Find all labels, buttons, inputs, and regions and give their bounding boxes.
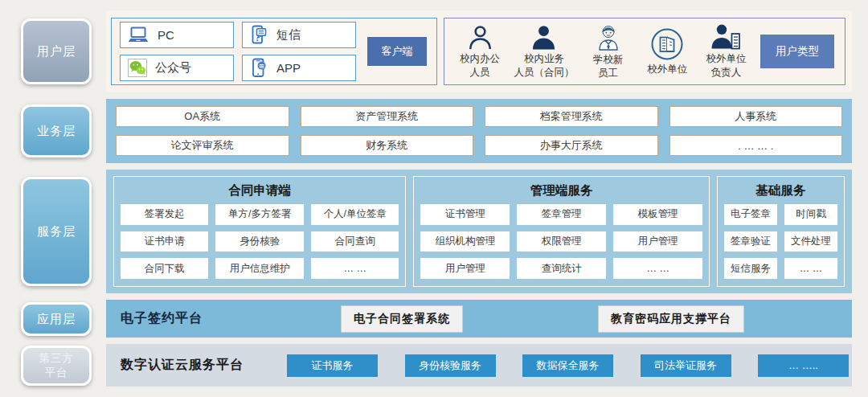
business-layer-row: 业务层 OA系统 资产管理系统 档案管理系统 人事系统 论文评审系统 财务系统 … xyxy=(21,99,852,163)
user-type-label: 学校新 员工 xyxy=(593,53,624,80)
service-layer-row: 服务层 合同申请端 签署发起 单方/多方签署 个人/单位签章 证书申请 身份核验… xyxy=(21,170,852,293)
user-layer-label: 用户层 xyxy=(21,18,92,84)
service-item: 用户信息维护 xyxy=(215,258,303,279)
service-item: 组织机构管理 xyxy=(420,231,510,252)
edu-crypto-support-platform-box: 教育密码应用支撑平台 xyxy=(598,305,744,333)
business-system: 财务系统 xyxy=(301,135,474,156)
application-layer-label: 应用层 xyxy=(21,302,92,336)
channel-wechat: 公众号 xyxy=(120,55,234,81)
user-type-label: 校内业务 人员（合同） xyxy=(514,52,574,80)
service-item: 个人/单位签章 xyxy=(311,204,399,225)
management-service-section: 管理端服务 证书管理 签章管理 模板管理 组织机构管理 权限管理 用户管理 用户… xyxy=(413,176,710,287)
service-item: 合同查询 xyxy=(311,231,399,252)
client-channels-group: PC xyxy=(111,18,437,85)
service-layer-label-col: 服务层 xyxy=(21,170,106,293)
service-item: 电子签章 xyxy=(724,204,777,225)
section-grid: 证书管理 签章管理 模板管理 组织机构管理 权限管理 用户管理 用户管理 查询统… xyxy=(420,204,702,279)
architecture-diagram: 用户层 PC xyxy=(0,0,868,397)
app-phone-icon xyxy=(250,58,268,78)
user-layer-label-col: 用户层 xyxy=(21,10,106,92)
building-circle-icon xyxy=(650,27,684,61)
service-item-more: … … xyxy=(311,258,399,279)
business-system: OA系统 xyxy=(116,106,289,127)
more-services-button: … ….. xyxy=(758,354,849,377)
new-employee-icon xyxy=(595,23,622,51)
section-title: 基础服务 xyxy=(724,179,837,204)
person-outline-icon xyxy=(467,24,493,51)
service-item: 文件处理 xyxy=(784,231,837,252)
service-item: 模板管理 xyxy=(613,204,702,225)
application-layer-row: 应用层 电子签约平台 电子合同签署系统 教育密码应用支撑平台 xyxy=(21,300,852,338)
user-type-label: 校内办公 人员 xyxy=(460,52,500,80)
channel-app: APP xyxy=(242,55,356,81)
basic-service-section: 基础服务 电子签章 时间戳 签章验证 文件处理 短信服务 … … xyxy=(717,176,845,287)
service-item-more: … … xyxy=(784,258,837,279)
service-item: 查询统计 xyxy=(517,258,606,279)
application-layer-content: 电子签约平台 电子合同签署系统 教育密码应用支撑平台 xyxy=(106,300,852,338)
business-layer-label-col: 业务层 xyxy=(21,99,106,163)
user-layer-row: 用户层 PC xyxy=(21,10,852,92)
channel-app-label: APP xyxy=(276,61,301,75)
business-system: 人事系统 xyxy=(669,106,843,127)
section-title: 合同申请端 xyxy=(121,179,399,204)
user-type-external-unit: 校外单位 xyxy=(642,27,692,76)
user-type-campus-office: 校内办公 人员 xyxy=(455,24,505,80)
user-type-campus-business: 校内业务 人员（合同） xyxy=(514,24,574,80)
person-building-icon xyxy=(710,23,743,51)
channel-wechat-label: 公众号 xyxy=(155,60,191,76)
user-type-label: 校外单位 xyxy=(647,63,687,76)
service-item-more: … … xyxy=(613,258,702,279)
client-channel-column: PC xyxy=(120,22,234,81)
service-layer-label: 服务层 xyxy=(21,177,92,286)
sms-phone-icon xyxy=(250,25,268,45)
user-type-external-manager: 校外单位 负责人 xyxy=(702,23,751,80)
service-item: 用户管理 xyxy=(420,258,510,279)
service-item: 时间戳 xyxy=(784,204,837,225)
business-system: 资产管理系统 xyxy=(301,106,474,127)
service-item: 签章验证 xyxy=(724,231,777,252)
business-system: 论文评审系统 xyxy=(116,135,289,156)
third-party-services: 证书服务 身份核验服务 数据保全服务 司法举证服务 … ….. xyxy=(287,354,849,377)
contract-apply-section: 合同申请端 签署发起 单方/多方签署 个人/单位签章 证书申请 身份核验 合同查… xyxy=(113,176,406,287)
data-preservation-service-button: 数据保全服务 xyxy=(522,354,613,377)
user-layer-content: PC xyxy=(106,10,852,92)
section-grid: 电子签章 时间戳 签章验证 文件处理 短信服务 … … xyxy=(724,204,837,279)
section-grid: 签署发起 单方/多方签署 个人/单位签章 证书申请 身份核验 合同查询 合同下载… xyxy=(121,204,399,279)
judicial-evidence-service-button: 司法举证服务 xyxy=(641,354,731,377)
third-party-layer-label: 第三方 平台 xyxy=(21,346,92,386)
client-side-badge: 客户端 xyxy=(367,37,427,66)
user-type-badge: 用户类型 xyxy=(760,35,834,68)
wechat-icon xyxy=(128,59,147,77)
business-layer-content: OA系统 资产管理系统 档案管理系统 人事系统 论文评审系统 财务系统 办事大厅… xyxy=(106,99,852,163)
application-layer-label-col: 应用层 xyxy=(21,300,106,338)
cert-service-button: 证书服务 xyxy=(287,354,378,377)
section-title: 管理端服务 xyxy=(420,179,702,204)
channel-pc-label: PC xyxy=(158,28,174,42)
digital-cert-cloud-platform-title: 数字认证云服务平台 xyxy=(121,357,244,374)
user-type-new-employee: 学校新 员工 xyxy=(583,23,633,80)
service-item: 证书申请 xyxy=(121,231,208,252)
user-type-group: 校内办公 人员 校内业务 人员（合同） xyxy=(444,18,845,85)
business-system: 档案管理系统 xyxy=(485,106,658,127)
service-item: 签署发起 xyxy=(121,204,208,225)
third-party-content: 数字认证云服务平台 证书服务 身份核验服务 数据保全服务 司法举证服务 … ….… xyxy=(106,344,852,387)
channel-sms-label: 短信 xyxy=(276,27,301,43)
client-channel-column: 短信 xyxy=(242,22,356,81)
service-item: 权限管理 xyxy=(517,231,606,252)
service-item: 证书管理 xyxy=(420,204,510,225)
e-sign-platform-title: 电子签约平台 xyxy=(121,310,203,327)
channel-sms: 短信 xyxy=(242,22,356,48)
business-system-more: . … … . xyxy=(669,135,843,156)
identity-verify-service-button: 身份核验服务 xyxy=(405,354,496,377)
service-item: 短信服务 xyxy=(724,258,777,279)
service-item: 用户管理 xyxy=(613,231,702,252)
e-contract-sign-system-box: 电子合同签署系统 xyxy=(341,305,463,333)
business-layer-label: 业务层 xyxy=(21,104,92,158)
business-system: 办事大厅系统 xyxy=(485,135,658,156)
person-filled-icon xyxy=(530,24,557,51)
user-type-label: 校外单位 负责人 xyxy=(706,52,747,80)
service-item: 签章管理 xyxy=(517,204,606,225)
third-party-label-col: 第三方 平台 xyxy=(21,344,106,387)
service-item: 合同下载 xyxy=(121,258,208,279)
channel-pc: PC xyxy=(120,22,234,48)
